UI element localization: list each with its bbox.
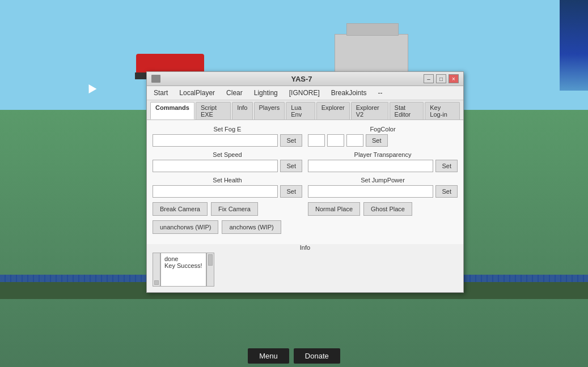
- transparency-input[interactable]: [308, 160, 433, 172]
- left-panel: Set Fog E Set Set Speed Set Set Health: [153, 126, 302, 238]
- tab-explorer[interactable]: Explorer: [316, 102, 350, 120]
- info-text: done Key Success!: [164, 255, 202, 284]
- transparency-set-button[interactable]: Set: [435, 160, 458, 172]
- speed-row: Set: [153, 160, 302, 172]
- fix-camera-button[interactable]: Fix Camera: [211, 202, 258, 216]
- fog-e-label: Set Fog E: [153, 126, 302, 133]
- normal-place-button[interactable]: Normal Place: [308, 202, 360, 216]
- speed-group: Set Speed Set: [153, 151, 302, 172]
- jumppower-group: Set JumpPower Set: [308, 177, 458, 198]
- fog-e-row: Set: [153, 134, 302, 147]
- maximize-button[interactable]: □: [436, 74, 446, 83]
- menu-breakjoints[interactable]: BreakJoints: [328, 88, 370, 98]
- info-line-1: done: [164, 255, 202, 262]
- menu-lighting[interactable]: Lighting: [251, 88, 281, 98]
- menu-start[interactable]: Start: [150, 88, 171, 98]
- tab-explorerv2[interactable]: Explorer V2: [351, 102, 388, 120]
- info-container: done Key Success!: [153, 253, 458, 287]
- health-input[interactable]: [153, 185, 278, 198]
- jumppower-set-button[interactable]: Set: [435, 185, 458, 198]
- scrollbar-thumb-left: [154, 280, 159, 285]
- menu-clear[interactable]: Clear: [223, 88, 246, 98]
- place-row: Normal Place Ghost Place: [308, 202, 458, 216]
- menu-bar: Start LocalPlayer Clear Lighting [IGNORE…: [147, 86, 463, 100]
- transparency-row: Set: [308, 160, 458, 172]
- main-window: YAS-7 – □ × Start LocalPlayer Clear Ligh…: [146, 71, 464, 293]
- transparency-label: Player Transparency: [308, 151, 458, 158]
- tab-stateditor[interactable]: Stat Editor: [390, 102, 424, 120]
- info-label: Info: [153, 244, 458, 251]
- speed-input[interactable]: [153, 160, 278, 172]
- fogcolor-set-button[interactable]: Set: [366, 134, 388, 147]
- break-camera-button[interactable]: Break Camera: [153, 202, 208, 216]
- tab-commands[interactable]: Commands: [150, 102, 194, 120]
- info-box: done Key Success!: [160, 253, 206, 287]
- fogcolor-group: FogColor Set: [308, 126, 458, 147]
- fogcolor-b[interactable]: [346, 134, 363, 147]
- speed-label: Set Speed: [153, 151, 302, 158]
- health-group: Set Health Set: [153, 177, 302, 198]
- menu-extra[interactable]: --: [375, 88, 386, 98]
- jumppower-row: Set: [308, 185, 458, 198]
- tab-luaenv[interactable]: Lua Env: [286, 102, 315, 120]
- info-scrollbar-right[interactable]: [206, 253, 214, 287]
- info-scrollbar-left[interactable]: [153, 253, 160, 287]
- tab-scriptexe[interactable]: Script EXE: [196, 102, 231, 120]
- window-icon: [151, 75, 160, 83]
- unanchors-button[interactable]: unanchorws (WIP): [153, 220, 218, 234]
- health-set-button[interactable]: Set: [280, 185, 302, 198]
- health-label: Set Health: [153, 177, 302, 184]
- fog-e-input[interactable]: [153, 134, 278, 147]
- info-section: Info done Key Success!: [147, 244, 463, 292]
- fogcolor-row: Set: [308, 134, 458, 147]
- tab-keylogin[interactable]: Key Log-in: [425, 102, 460, 120]
- tab-bar: Commands Script EXE Info Players Lua Env…: [147, 100, 463, 120]
- menu-localplayer[interactable]: LocalPlayer: [176, 88, 218, 98]
- camera-row: Break Camera Fix Camera: [153, 202, 302, 216]
- fogcolor-g[interactable]: [327, 134, 344, 147]
- transparency-group: Player Transparency Set: [308, 151, 458, 172]
- donate-button[interactable]: Donate: [294, 348, 340, 364]
- title-bar-controls: – □ ×: [424, 74, 459, 83]
- jumppower-label: Set JumpPower: [308, 177, 458, 184]
- window-title: YAS-7: [180, 75, 424, 83]
- tab-players[interactable]: Players: [254, 102, 285, 120]
- info-line-2: Key Success!: [164, 262, 202, 269]
- right-panel: FogColor Set Player Transparency Set Set: [308, 126, 458, 238]
- fogcolor-r[interactable]: [308, 134, 325, 147]
- menu-ignore[interactable]: [IGNORE]: [286, 88, 323, 98]
- anchors-button[interactable]: anchorws (WIP): [222, 220, 281, 234]
- scrollbar-thumb-right: [208, 254, 213, 266]
- speed-set-button[interactable]: Set: [280, 160, 302, 172]
- ghost-place-button[interactable]: Ghost Place: [363, 202, 412, 216]
- fog-e-set-button[interactable]: Set: [280, 134, 302, 147]
- fog-e-group: Set Fog E Set: [153, 126, 302, 147]
- bottom-bar: Menu Donate: [0, 344, 588, 367]
- menu-button[interactable]: Menu: [248, 348, 289, 364]
- tab-info[interactable]: Info: [232, 102, 252, 120]
- anchor-row: unanchorws (WIP) anchorws (WIP): [153, 220, 302, 234]
- bg-bus: [136, 54, 204, 74]
- minimize-button[interactable]: –: [424, 74, 434, 83]
- title-bar: YAS-7 – □ ×: [147, 72, 463, 86]
- commands-content: Set Fog E Set Set Speed Set Set Health: [147, 120, 463, 244]
- fogcolor-label: FogColor: [308, 126, 458, 133]
- bg-sky-right: [560, 0, 588, 91]
- close-button[interactable]: ×: [449, 74, 459, 83]
- health-row: Set: [153, 185, 302, 198]
- jumppower-input[interactable]: [308, 185, 433, 198]
